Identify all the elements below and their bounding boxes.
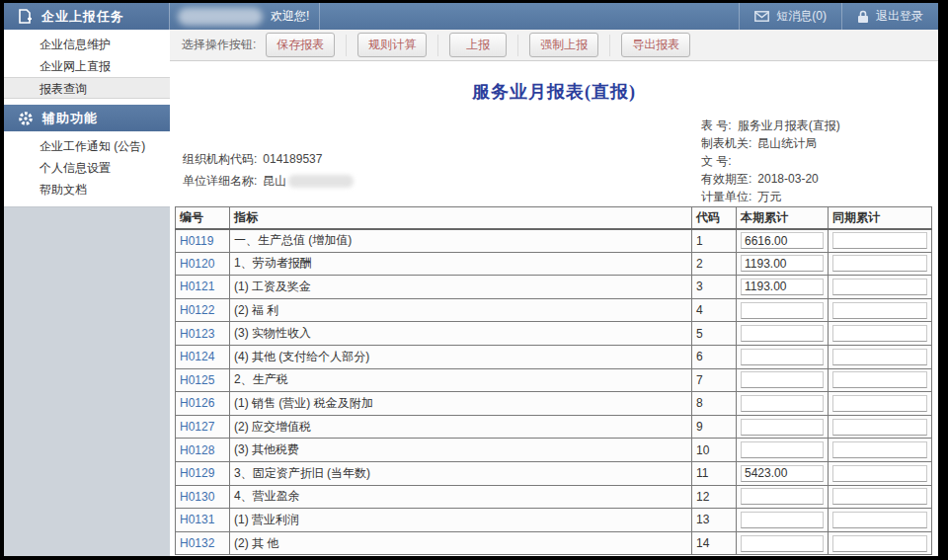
table-row: H0127(2) 应交增值税9 [176, 415, 932, 439]
table-row: H01304、营业盈余12 [176, 485, 932, 509]
username-redacted [178, 8, 263, 26]
current-period-input[interactable] [741, 465, 824, 482]
same-period-input[interactable] [832, 441, 927, 458]
report-table: 编号指标代码本期累计同期累计 H0119一、生产总值 (增加值)1H01201、… [175, 206, 932, 555]
column-header: 代码 [692, 207, 737, 229]
current-period-input[interactable] [741, 349, 824, 365]
column-header: 本期累计 [737, 207, 829, 229]
row-code-link[interactable]: H0125 [180, 373, 214, 387]
meta-value: 014189537 [263, 148, 322, 170]
same-period-input[interactable] [832, 255, 927, 272]
row-code-link[interactable]: H0123 [180, 327, 214, 341]
sidebar-group-header-secondary: 辅助功能 [4, 105, 170, 131]
report-content: 服务业月报表(直报) 组织机构代码:014189537单位详细名称:昆山 表 号… [170, 61, 938, 556]
sidebar-item[interactable]: 企业网上直报 [4, 55, 170, 77]
same-period-input[interactable] [832, 371, 927, 388]
lock-icon [857, 10, 869, 24]
current-period-input[interactable] [741, 395, 824, 412]
row-code-link[interactable]: H0122 [180, 303, 214, 317]
current-period-input[interactable] [741, 512, 824, 528]
meta-line: 计量单位:万元 [701, 188, 840, 205]
same-period-input[interactable] [832, 419, 927, 436]
column-header: 同期累计 [829, 207, 932, 229]
messages-label: 短消息(0) [776, 8, 827, 25]
same-period-input[interactable] [832, 395, 927, 412]
envelope-icon [754, 11, 769, 22]
same-period-input[interactable] [832, 325, 927, 342]
toolbar-label: 选择操作按钮: [182, 37, 256, 53]
meta-line: 组织机构代码:014189537 [183, 148, 354, 170]
row-code-link[interactable]: H0119 [180, 234, 213, 248]
current-period-input[interactable] [741, 371, 824, 388]
toolbar-button[interactable]: 上报 [449, 33, 507, 57]
row-code-link[interactable]: H0132 [180, 536, 214, 550]
current-period-input[interactable] [741, 279, 824, 295]
indicator-cell: 1、劳动者报酬 [230, 252, 692, 276]
meta-line: 单位详细名称:昆山 [183, 170, 354, 192]
sidebar-secondary-items: 企业工作通知 (公告)个人信息设置帮助文档 [4, 131, 170, 206]
row-code-link[interactable]: H0124 [180, 350, 214, 363]
table-row: H0131(1) 营业利润13 [176, 509, 932, 532]
code-cell: 13 [692, 509, 737, 532]
same-period-input[interactable] [832, 535, 927, 552]
toolbar-button[interactable]: 导出报表 [621, 33, 690, 57]
row-code-link[interactable]: H0130 [180, 490, 214, 504]
current-period-input[interactable] [741, 441, 824, 458]
sidebar-item[interactable]: 企业信息维护 [4, 34, 170, 55]
row-code-link[interactable]: H0131 [180, 513, 214, 526]
meta-value: 服务业月报表(直报) [738, 119, 840, 132]
code-cell: 3 [692, 276, 737, 299]
sidebar-item[interactable]: 企业工作通知 (公告) [4, 135, 170, 157]
code-cell: 6 [692, 345, 737, 368]
current-period-input[interactable] [741, 419, 824, 436]
current-period-input[interactable] [741, 232, 824, 249]
toolbar-button[interactable]: 强制上报 [529, 33, 598, 57]
column-header: 指标 [230, 207, 692, 229]
meta-line: 文 号: [701, 152, 840, 170]
same-period-input[interactable] [832, 465, 927, 482]
row-code-link[interactable]: H0129 [180, 466, 214, 480]
table-row: H0124(4) 其他 (支付给个人部分)6 [176, 345, 932, 368]
table-row: H0119一、生产总值 (增加值)1 [176, 229, 932, 253]
current-period-input[interactable] [741, 488, 824, 505]
sidebar-group-header-primary: 企业上报任务 [4, 3, 170, 30]
code-cell: 7 [692, 368, 737, 392]
meta-line: 表 号:服务业月报表(直报) [701, 117, 840, 134]
toolbar-button[interactable]: 保存报表 [266, 33, 335, 57]
toolbar-button[interactable]: 规则计算 [357, 33, 427, 57]
current-period-input[interactable] [741, 535, 824, 552]
code-cell: 12 [692, 485, 737, 509]
same-period-input[interactable] [832, 302, 927, 319]
current-period-input[interactable] [741, 325, 824, 342]
same-period-input[interactable] [832, 488, 927, 505]
table-row: H0123(3) 实物性收入5 [176, 322, 932, 346]
logout-button[interactable]: 退出登录 [841, 3, 938, 30]
sidebar-item[interactable]: 个人信息设置 [4, 157, 170, 179]
same-period-input[interactable] [832, 349, 927, 365]
current-period-input[interactable] [741, 255, 824, 272]
table-header-row: 编号指标代码本期累计同期累计 [176, 207, 932, 229]
table-row: H01252、生产税7 [176, 368, 932, 392]
sidebar-item[interactable]: 报表查询 [4, 77, 170, 99]
toolbar-separator [437, 35, 438, 56]
messages-button[interactable]: 短消息(0) [739, 3, 841, 30]
meta-label: 单位详细名称: [183, 170, 257, 192]
row-code-link[interactable]: H0127 [180, 420, 214, 434]
indicator-cell: 2、生产税 [230, 368, 692, 392]
main-panel: 选择操作按钮: 保存报表规则计算上报强制上报导出报表 服务业月报表(直报) 组织… [170, 30, 938, 556]
meta-line: 有效期至:2018-03-20 [701, 170, 840, 188]
row-code-link[interactable]: H0128 [180, 443, 214, 457]
meta-label: 表 号: [701, 119, 732, 132]
code-cell: 11 [692, 461, 737, 485]
same-period-input[interactable] [832, 232, 927, 249]
table-row: H01201、劳动者报酬2 [176, 252, 932, 276]
row-code-link[interactable]: H0121 [180, 280, 214, 293]
indicator-cell: 一、生产总值 (增加值) [230, 229, 692, 253]
same-period-input[interactable] [832, 279, 927, 295]
current-period-input[interactable] [741, 302, 824, 319]
same-period-input[interactable] [832, 512, 927, 528]
toolbar-separator [346, 35, 347, 56]
sidebar-item[interactable]: 帮助文档 [4, 179, 170, 200]
row-code-link[interactable]: H0126 [180, 396, 214, 410]
row-code-link[interactable]: H0120 [180, 257, 214, 271]
